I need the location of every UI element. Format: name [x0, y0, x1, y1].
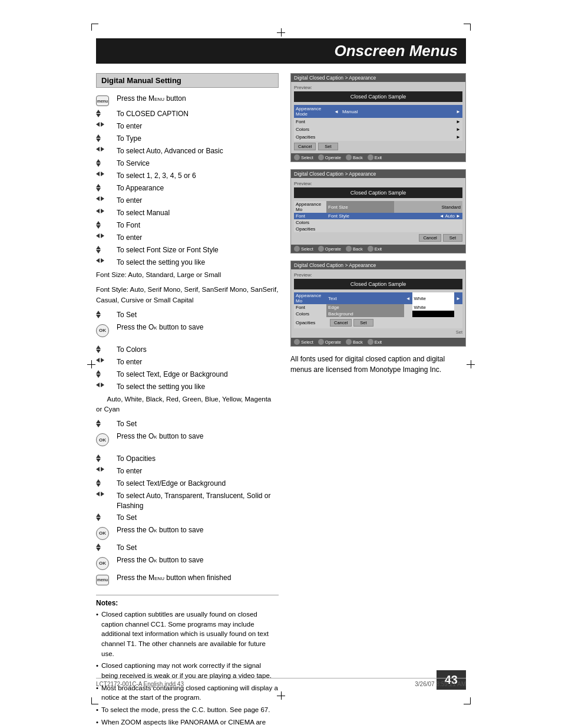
screen3-row2-col2: White [412, 304, 455, 311]
screen3-row3-col1: Background [326, 311, 404, 317]
screen2-row4-label: Opacities [294, 226, 326, 232]
arrow-updown-2 [96, 134, 117, 142]
arrow-lr-6 [96, 233, 117, 238]
screen1-row-3: Colors ► [294, 126, 462, 133]
screen3-row3-col2: Black [412, 311, 455, 317]
screen2-row2-label: Font [294, 213, 326, 219]
instruction-set-2: To Set [96, 419, 279, 430]
arrow-updown-set3 [96, 513, 117, 521]
ok-text-3: Press the Ok button to save [117, 525, 279, 535]
screen3-set-btn-inner[interactable]: Set [353, 319, 373, 327]
tri-up-set1 [96, 311, 101, 314]
tri-left-opacities-1 [96, 467, 100, 472]
notes-section: Notes: • Closed caption subtitles are us… [96, 595, 279, 728]
final-ok-text: Press the Ok button to save [117, 555, 279, 565]
select-color-val-text: To select the setting you like [117, 382, 279, 392]
screen3-row-2: Font Edge White [294, 304, 462, 311]
instruction-select-color-val: To select the setting you like [96, 382, 279, 393]
screen2-set-btn[interactable]: Set [443, 234, 462, 242]
instruction-set-3: To Set [96, 513, 279, 523]
updown-arrows-set1 [96, 311, 101, 318]
screen1-row1-value: Manual [340, 105, 454, 118]
screen3-back-circle [346, 339, 352, 345]
tri-right-icon-7 [101, 258, 104, 263]
bullet-4: • [96, 705, 98, 715]
menu-icon-end-cell: menu [96, 573, 117, 587]
select-type-text: To select Auto, Advanced or Basic [117, 146, 279, 156]
ok-icon-cell-3: OK [96, 525, 117, 541]
lr-arrows-4 [96, 196, 104, 201]
updown-arrows-colors-2 [96, 370, 101, 378]
screen3-row-3: Colors Background Black [294, 311, 462, 317]
screen2-row-4: Opacities [294, 226, 462, 232]
tri-left-icon [96, 122, 100, 127]
tri-down-icon-2 [96, 139, 101, 142]
screen1-cancel-set: Cancel Set [294, 143, 462, 150]
screen1-exit-icon: Exit [368, 154, 382, 160]
screen3-row3-label: Colors [294, 311, 326, 317]
instruction-press-menu: menu Press the Menu button [96, 94, 279, 107]
note-text-5: When ZOOM aspects like PANORAMA or CINEM… [101, 717, 279, 728]
screen1-operate-icon: Operate [318, 154, 341, 160]
tri-left-colors-2 [96, 383, 100, 387]
screen3-back-icon: Back [346, 339, 363, 345]
updown-arrows-set2 [96, 420, 101, 427]
corner-mark-tl [91, 24, 98, 31]
tri-left-icon-3 [96, 172, 100, 176]
instruction-select-setting: To select the setting you like [96, 258, 279, 268]
back-circle-icon [346, 154, 352, 160]
screen1-row-1: Appearance Mode ◄ Manual ► [294, 105, 462, 118]
screen3-menu-table: Appearance Mo Text ◄ White ► Font Edge W… [294, 292, 462, 328]
screen3-row1-col2: White [412, 292, 455, 304]
appearance-text: To Appearance [117, 183, 279, 193]
screen2-preview-box: Closed Caption Sample [294, 187, 462, 198]
screen1-row4-label: Opacities [294, 133, 332, 141]
select-manual-text: To select Manual [117, 208, 279, 218]
screen3-select-circle [294, 339, 300, 345]
tri-left-icon-2 [96, 147, 100, 151]
screen2-body: Preview: Closed Caption Sample Appearanc… [291, 178, 465, 245]
cross-mark-right [467, 360, 475, 368]
arrow-updown-set2 [96, 419, 117, 427]
updown-arrows-6 [96, 246, 101, 253]
menu-icon-cell: menu [96, 94, 117, 107]
screen1-menu-table: Appearance Mode ◄ Manual ► Font ► Colors [294, 105, 462, 141]
instruction-enter-3: To enter [96, 233, 279, 243]
operate-circle-icon [318, 154, 324, 160]
instruction-type: To Type [96, 134, 279, 144]
screen3-row4-label: Opacities [294, 317, 326, 328]
instruction-colors: To Colors [96, 345, 279, 355]
screen3-footer: Select Operate Back Exit [291, 338, 465, 346]
updown-arrows-2 [96, 134, 101, 142]
updown-arrows-colors [96, 345, 101, 353]
tri-left-colors-1 [96, 358, 100, 363]
tri-up-final [96, 543, 101, 547]
arrow-lr-3 [96, 171, 117, 176]
screen3-cancel-btn-inner[interactable]: Cancel [330, 319, 352, 327]
instruction-select-service: To select 1, 2, 3, 4, 5 or 6 [96, 171, 279, 182]
screen2-row-2: Font Font Style ◄ Auto ► [294, 213, 462, 219]
select-colors-text: To select Text, Edge or Background [117, 370, 279, 380]
screen1-cancel-btn[interactable]: Cancel [294, 143, 316, 150]
screen1-preview-box: Closed Caption Sample [294, 91, 462, 102]
select-circle-icon [294, 154, 300, 160]
ok-text-2: Press the Ok button to save [117, 431, 279, 442]
instruction-enter-opacities: To enter [96, 466, 279, 477]
screen2-cancel-btn[interactable]: Cancel [419, 234, 441, 242]
tri-down-final [96, 548, 101, 551]
screen1-row3-arrow: ► [454, 126, 462, 133]
footer-right-text: 3/26/07 8:59:21 AM [415, 681, 466, 687]
arrow-updown-colors-2 [96, 370, 117, 378]
instruction-set-1: To Set [96, 310, 279, 321]
bullet-1: • [96, 610, 98, 658]
screen1-back-icon: Back [346, 154, 363, 160]
type-text: To Type [117, 134, 279, 144]
font-text: To Font [117, 220, 279, 230]
screen3-exit-circle [368, 339, 373, 345]
tri-down-icon-3 [96, 163, 101, 167]
screen1-set-btn[interactable]: Set [318, 143, 338, 150]
tri-left-icon-6 [96, 233, 100, 238]
screen1-row2-arrow: ► [454, 118, 462, 126]
screen2-back-circle [346, 246, 352, 252]
instruction-select-colors: To select Text, Edge or Background [96, 370, 279, 380]
